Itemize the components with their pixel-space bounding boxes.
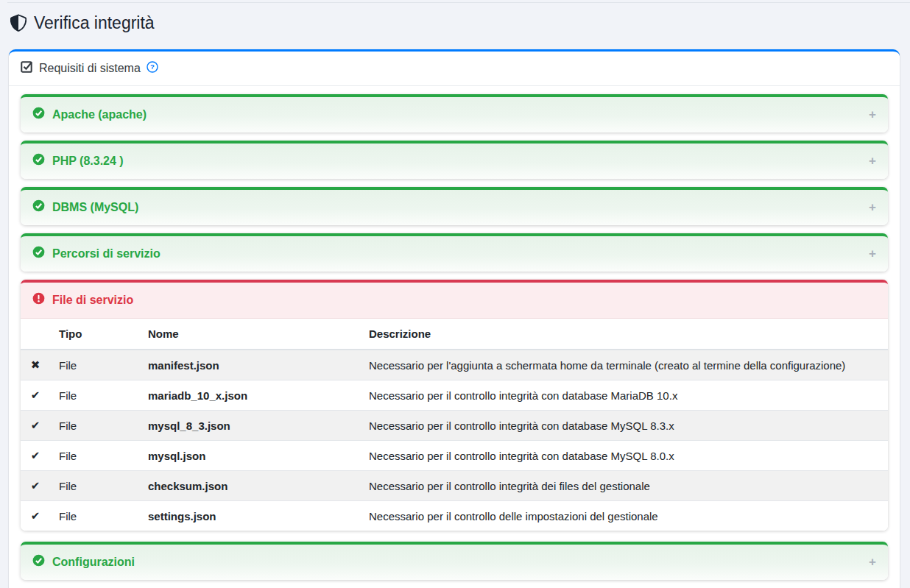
table-row: ✔ File settings.json Necessario per il c… <box>21 501 888 531</box>
table-row: ✖ File manifest.json Necessario per l'ag… <box>21 350 888 380</box>
shield-halved-icon <box>10 14 27 32</box>
panel-dbms-header[interactable]: DBMS (MySQL) + <box>21 190 888 225</box>
table-row: ✔ File mariadb_10_x.json Necessario per … <box>21 380 888 411</box>
table-row: ✔ File checksum.json Necessario per il c… <box>21 471 888 501</box>
check-circle-icon <box>32 554 45 570</box>
panel-label: File di servizio <box>52 293 133 308</box>
panel-php: PHP (8.3.24 ) + <box>21 141 888 179</box>
panel-configurazioni: Configurazioni + <box>21 542 888 580</box>
panel-apache-header[interactable]: Apache (apache) + <box>21 97 888 132</box>
check-square-icon <box>21 60 33 77</box>
cell-tipo: File <box>50 501 139 531</box>
panel-apache: Apache (apache) + <box>21 94 888 132</box>
card-header: Requisiti di sistema ? <box>9 52 900 86</box>
cell-descrizione: Necessario per il controllo integrità co… <box>360 441 888 471</box>
check-mark-icon: ✔ <box>21 501 50 531</box>
exclamation-circle-icon <box>32 292 45 308</box>
check-circle-icon <box>32 246 45 262</box>
page-title: Verifica integrità <box>10 13 910 33</box>
expand-plus-icon[interactable]: + <box>869 155 876 167</box>
table-row: ✔ File mysql_8_3.json Necessario per il … <box>21 411 888 441</box>
expand-plus-icon[interactable]: + <box>869 202 876 213</box>
check-circle-icon <box>32 107 45 123</box>
cell-tipo: File <box>50 411 139 441</box>
cell-descrizione: Necessario per l'aggiunta a schermata ho… <box>360 350 888 380</box>
cell-tipo: File <box>50 380 139 411</box>
check-mark-icon: ✔ <box>21 441 50 471</box>
cell-tipo: File <box>50 441 139 471</box>
check-mark-icon: ✔ <box>21 380 50 411</box>
column-nome: Nome <box>139 319 360 350</box>
card-body: Apache (apache) + PHP (8.3.24 ) + <box>9 86 900 588</box>
table-row: ✔ File mysql.json Necessario per il cont… <box>21 441 888 471</box>
panel-dbms: DBMS (MySQL) + <box>21 187 888 225</box>
panel-file-di-servizio-header[interactable]: File di servizio <box>21 283 888 319</box>
check-mark-icon: ✔ <box>21 471 50 501</box>
panel-label: PHP (8.3.24 ) <box>52 154 124 169</box>
table-header-row: Tipo Nome Descrizione <box>21 319 888 350</box>
panel-label: Apache (apache) <box>52 107 147 122</box>
cell-tipo: File <box>50 471 139 501</box>
x-mark-icon: ✖ <box>21 350 50 380</box>
top-divider <box>7 0 910 3</box>
expand-plus-icon[interactable]: + <box>869 556 876 568</box>
service-files-table: Tipo Nome Descrizione ✖ File manifest.js… <box>21 319 888 531</box>
page-title-text: Verifica integrità <box>34 13 155 33</box>
panel-percorsi-header[interactable]: Percorsi di servizio + <box>21 236 888 272</box>
check-mark-icon: ✔ <box>21 411 50 441</box>
svg-text:?: ? <box>150 63 155 71</box>
cell-nome: checksum.json <box>139 471 360 501</box>
help-question-icon[interactable]: ? <box>147 61 158 77</box>
panel-label: DBMS (MySQL) <box>52 200 138 215</box>
panel-percorsi: Percorsi di servizio + <box>21 233 888 272</box>
cell-descrizione: Necessario per il controllo integrità co… <box>360 380 888 411</box>
panel-php-header[interactable]: PHP (8.3.24 ) + <box>21 144 888 179</box>
cell-nome: mysql_8_3.json <box>139 411 360 441</box>
cell-descrizione: Necessario per il controllo integrità co… <box>360 411 888 441</box>
cell-nome: manifest.json <box>139 350 360 380</box>
system-requirements-card: Requisiti di sistema ? Apache (apache) + <box>9 49 900 588</box>
cell-tipo: File <box>50 350 139 380</box>
card-header-title: Requisiti di sistema <box>39 61 141 76</box>
panel-configurazioni-header[interactable]: Configurazioni + <box>21 545 888 580</box>
column-status <box>21 319 50 350</box>
expand-plus-icon[interactable]: + <box>869 248 876 260</box>
cell-descrizione: Necessario per il controllo integrità de… <box>360 471 888 501</box>
check-circle-icon <box>32 153 45 169</box>
cell-descrizione: Necessario per il controllo delle impost… <box>360 501 888 531</box>
panel-label: Configurazioni <box>52 555 135 570</box>
cell-nome: mariadb_10_x.json <box>139 380 360 411</box>
column-descrizione: Descrizione <box>360 319 888 350</box>
cell-nome: mysql.json <box>139 441 360 471</box>
check-circle-icon <box>32 199 45 216</box>
expand-plus-icon[interactable]: + <box>869 109 876 121</box>
cell-nome: settings.json <box>139 501 360 531</box>
panel-label: Percorsi di servizio <box>52 247 161 261</box>
panel-file-di-servizio: File di servizio Tipo Nome Descrizione ✖… <box>21 280 888 531</box>
column-tipo: Tipo <box>50 319 139 350</box>
